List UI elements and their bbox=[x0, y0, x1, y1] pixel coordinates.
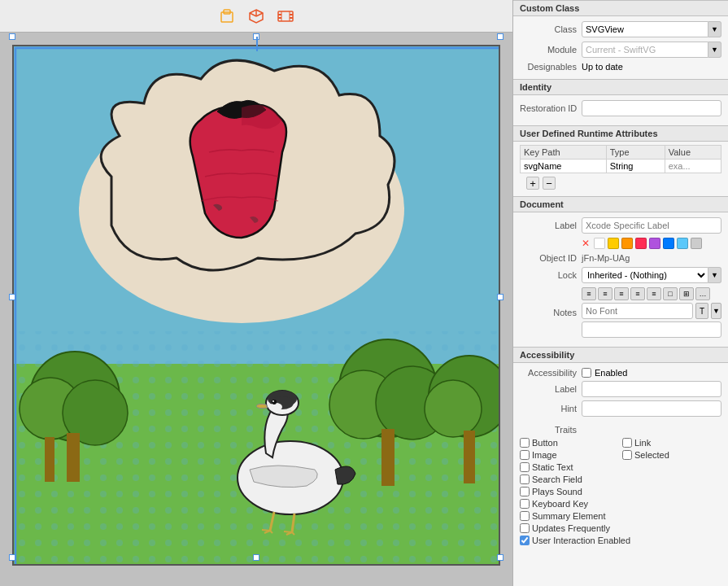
class-label: Class bbox=[520, 24, 577, 34]
trait-keyboard-key-label: Keyboard Key bbox=[532, 499, 588, 509]
bottom-left-handle[interactable] bbox=[9, 554, 15, 561]
toolbar-strip bbox=[0, 0, 512, 33]
color-swatch-white[interactable] bbox=[594, 238, 605, 249]
scene-svg bbox=[14, 46, 500, 566]
class-row: Class ▼ bbox=[520, 21, 721, 37]
trait-selected-checkbox[interactable] bbox=[622, 450, 632, 460]
svg-rect-12 bbox=[290, 17, 293, 19]
notes-more[interactable]: … bbox=[695, 287, 710, 300]
add-attribute-button[interactable]: + bbox=[526, 177, 539, 190]
color-swatch-light-blue[interactable] bbox=[677, 238, 688, 249]
accessibility-hint-input[interactable] bbox=[582, 400, 721, 417]
designables-value: Up to date bbox=[582, 62, 623, 72]
cube-icon[interactable] bbox=[217, 7, 237, 26]
font-t-button[interactable]: T bbox=[695, 303, 708, 319]
trait-link-checkbox[interactable] bbox=[622, 438, 632, 448]
restoration-id-input[interactable] bbox=[582, 100, 721, 116]
right-center-handle[interactable] bbox=[497, 294, 503, 300]
trait-image-col: Image bbox=[520, 450, 619, 460]
notes-row: Notes ≡ ≡ ≡ ≡ ≡ □ ⊞ … T ▼ bbox=[520, 287, 721, 338]
trait-image-checkbox[interactable] bbox=[520, 450, 530, 460]
notes-align-left[interactable]: ≡ bbox=[582, 287, 596, 300]
class-input[interactable] bbox=[582, 21, 708, 37]
trait-updates-frequently-checkbox[interactable] bbox=[520, 523, 530, 533]
svg-line-4 bbox=[250, 13, 256, 16]
trait-link-label: Link bbox=[634, 438, 651, 448]
accessibility-label-input[interactable] bbox=[582, 381, 721, 397]
module-input[interactable] bbox=[582, 42, 708, 58]
film-icon[interactable] bbox=[276, 7, 295, 26]
lock-arrow-button[interactable]: ▼ bbox=[708, 267, 721, 283]
notes-indent[interactable]: ≡ bbox=[647, 287, 661, 300]
3d-box-icon[interactable] bbox=[246, 7, 266, 26]
trait-summary-element-label: Summary Element bbox=[532, 511, 605, 521]
remove-attribute-button[interactable]: − bbox=[543, 177, 556, 190]
attr-key-path: svgName bbox=[521, 160, 607, 173]
trait-button-label: Button bbox=[532, 438, 558, 448]
designables-label: Designables bbox=[520, 62, 577, 72]
doc-label-input[interactable] bbox=[582, 217, 721, 234]
svg-rect-11 bbox=[290, 14, 293, 15]
bottom-center-handle[interactable] bbox=[253, 554, 259, 561]
class-arrow-button[interactable]: ▼ bbox=[708, 21, 721, 37]
left-center-handle[interactable] bbox=[9, 294, 15, 300]
module-row: Module ▼ bbox=[520, 42, 721, 58]
svg-rect-6 bbox=[278, 11, 293, 21]
color-swatch-orange[interactable] bbox=[621, 238, 633, 249]
color-swatch-yellow[interactable] bbox=[608, 238, 619, 249]
traits-row-0: Button Link bbox=[520, 438, 721, 448]
color-x-button[interactable]: ✕ bbox=[582, 238, 590, 249]
trait-summary-element-checkbox[interactable] bbox=[520, 511, 530, 521]
identity-content: Restoration ID bbox=[513, 95, 728, 125]
notes-toolbar-wrapper: ≡ ≡ ≡ ≡ ≡ □ ⊞ … T ▼ bbox=[582, 287, 721, 338]
color-swatch-gray[interactable] bbox=[691, 238, 702, 249]
trait-search-field-col: Search Field bbox=[520, 474, 619, 484]
notes-justify[interactable]: ≡ bbox=[630, 287, 645, 300]
notes-image[interactable]: ⊞ bbox=[679, 287, 694, 300]
trait-static-text-checkbox[interactable] bbox=[520, 462, 530, 472]
traits-header-row: Traits bbox=[520, 425, 721, 435]
lock-select[interactable]: Inherited - (Nothing) bbox=[582, 267, 708, 283]
font-input[interactable] bbox=[582, 303, 693, 319]
color-swatches-row: ✕ bbox=[520, 238, 721, 249]
font-row: T ▼ bbox=[582, 303, 721, 319]
notes-align-right[interactable]: ≡ bbox=[614, 287, 629, 300]
restoration-id-row: Restoration ID bbox=[520, 100, 721, 116]
font-arrow-button[interactable]: ▼ bbox=[711, 303, 721, 319]
custom-class-content: Class ▼ Module ▼ Designables Up to date bbox=[513, 16, 728, 79]
color-swatch-pink[interactable] bbox=[635, 238, 647, 249]
color-swatch-blue[interactable] bbox=[663, 238, 674, 249]
trait-plays-sound-col: Plays Sound bbox=[520, 487, 619, 496]
svg-rect-9 bbox=[278, 14, 281, 15]
notes-align-center[interactable]: ≡ bbox=[598, 287, 612, 300]
col-key-path: Key Path bbox=[521, 146, 607, 160]
module-input-wrapper: ▼ bbox=[582, 42, 721, 58]
trait-user-interaction-checkbox[interactable] bbox=[520, 536, 530, 545]
color-swatch-purple[interactable] bbox=[649, 238, 660, 249]
bottom-right-handle[interactable] bbox=[497, 554, 503, 561]
top-right-handle[interactable] bbox=[497, 33, 503, 40]
object-id-row: Object ID jFn-Mp-UAg bbox=[520, 253, 721, 263]
attr-value: exa... bbox=[665, 160, 721, 173]
attr-row: svgName String exa... bbox=[521, 160, 721, 173]
notes-below-input[interactable] bbox=[582, 321, 721, 338]
notes-label: Notes bbox=[520, 308, 577, 317]
trait-updates-frequently-label: Updates Frequently bbox=[532, 523, 610, 533]
trait-plays-sound-label: Plays Sound bbox=[532, 487, 582, 496]
trait-button-checkbox[interactable] bbox=[520, 438, 530, 448]
svg-rect-10 bbox=[278, 17, 281, 19]
notes-box[interactable]: □ bbox=[663, 287, 678, 300]
accessibility-enabled-checkbox[interactable] bbox=[582, 368, 591, 378]
module-arrow-button[interactable]: ▼ bbox=[708, 42, 721, 58]
object-id-value: jFn-Mp-UAg bbox=[582, 253, 630, 263]
top-left-handle[interactable] bbox=[9, 33, 15, 40]
trait-keyboard-key-checkbox[interactable] bbox=[520, 499, 530, 509]
trait-search-field-checkbox[interactable] bbox=[520, 474, 530, 484]
trait-plays-sound-checkbox[interactable] bbox=[520, 487, 530, 496]
add-remove-row: + − bbox=[520, 173, 721, 193]
canvas-area bbox=[0, 0, 512, 586]
svg-line-5 bbox=[256, 13, 263, 16]
doc-label-row: Label bbox=[520, 217, 721, 234]
trait-selected-label: Selected bbox=[634, 450, 669, 460]
traits-row-5: Keyboard Key bbox=[520, 499, 721, 509]
